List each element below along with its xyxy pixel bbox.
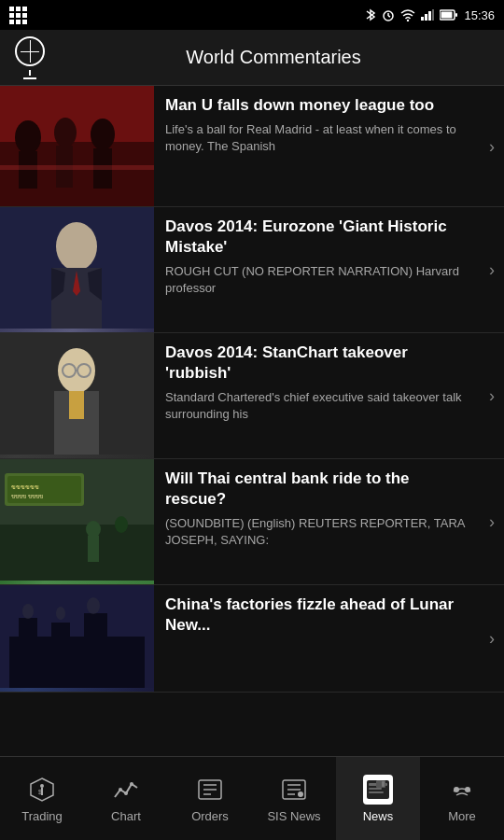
svg-rect-45 (51, 623, 70, 688)
svg-rect-5 (425, 14, 427, 21)
signal-icon (9, 7, 27, 24)
chevron-right-icon: › (489, 629, 495, 649)
svg-rect-69 (369, 791, 384, 793)
svg-point-47 (22, 604, 34, 619)
news-thumbnail (0, 333, 154, 458)
chart-icon (111, 775, 141, 805)
svg-point-17 (91, 119, 115, 150)
svg-point-56 (130, 782, 133, 786)
globe-icon-container (15, 36, 45, 79)
news-content: China's factories fizzle ahead of Lunar … (154, 585, 504, 692)
news-summary: ROUGH CUT (NO REPORTER NARRATION) Harvar… (165, 263, 469, 297)
svg-line-2 (388, 16, 390, 17)
news-headline: China's factories fizzle ahead of Lunar … (165, 595, 469, 636)
svg-rect-68 (369, 788, 382, 790)
news-thumbnail (0, 86, 154, 206)
news-content: Will Thai central bank ride to the rescu… (154, 459, 504, 584)
nav-label-more: More (448, 809, 476, 823)
list-item[interactable]: China's factories fizzle ahead of Lunar … (0, 585, 504, 693)
list-item[interactable]: ขขขขขข ขขขข ขขขข Will Thai central bank … (0, 459, 504, 585)
status-bar-right: 15:36 (365, 7, 495, 22)
sis-icon (279, 775, 309, 805)
svg-point-21 (56, 222, 97, 271)
svg-point-54 (119, 788, 122, 791)
news-thumbnail (0, 585, 154, 692)
list-item[interactable]: Davos 2014: Eurozone 'Giant Historic Mis… (0, 207, 504, 333)
more-icon (447, 775, 477, 805)
battery-icon (440, 9, 458, 21)
svg-point-41 (115, 516, 128, 533)
svg-rect-40 (88, 536, 99, 562)
news-summary: Life's a ball for Real Madrid - at least… (165, 121, 469, 155)
svg-point-13 (15, 120, 41, 154)
svg-point-65 (298, 791, 303, 797)
news-headline: Man U falls down money league too (165, 95, 469, 116)
svg-point-39 (86, 521, 101, 538)
svg-rect-6 (428, 11, 431, 21)
nav-item-orders[interactable]: Orders (168, 757, 252, 840)
svg-text:ขขขขขข: ขขขขขข (11, 483, 39, 491)
nav-item-more[interactable]: More (420, 757, 504, 840)
nav-label-trading: Trading (21, 809, 63, 823)
svg-rect-46 (84, 613, 107, 688)
svg-point-55 (124, 791, 128, 795)
svg-rect-32 (69, 391, 84, 419)
status-bar: 15:36 (0, 0, 504, 30)
svg-point-49 (87, 597, 100, 614)
svg-point-3 (407, 20, 409, 21)
trading-icon: $ (27, 775, 57, 805)
svg-text:ขขขข ขขขข: ขขขข ขขขข (11, 494, 43, 499)
signal-strength-icon (421, 9, 434, 21)
svg-point-15 (54, 118, 77, 147)
svg-rect-9 (441, 12, 453, 19)
nav-item-news[interactable]: News (336, 757, 420, 840)
chevron-right-icon: › (489, 260, 495, 280)
news-headline: Will Thai central bank ride to the rescu… (165, 469, 469, 510)
chevron-right-icon: › (489, 136, 495, 156)
chevron-right-icon: › (489, 386, 495, 406)
bottom-navigation: $ Trading Chart Orders (0, 756, 504, 840)
list-item[interactable]: Man U falls down money league too Life's… (0, 86, 504, 207)
nav-item-sis[interactable]: SIS News (252, 757, 336, 840)
nav-label-chart: Chart (111, 809, 141, 823)
alarm-icon (382, 8, 395, 21)
news-headline: Davos 2014: Eurozone 'Giant Historic Mis… (165, 217, 469, 258)
app-header: World Commentaries (0, 30, 504, 86)
svg-rect-19 (0, 165, 154, 170)
news-content: Davos 2014: Eurozone 'Giant Historic Mis… (154, 207, 504, 332)
news-thumbnail (0, 207, 154, 332)
bluetooth-icon (365, 7, 376, 22)
globe-icon (15, 36, 45, 66)
nav-item-chart[interactable]: Chart (84, 757, 168, 840)
nav-item-trading[interactable]: $ Trading (0, 757, 84, 840)
nav-label-orders: Orders (191, 809, 229, 823)
news-thumbnail: ขขขขขข ขขขข ขขขข (0, 459, 154, 584)
wifi-icon (400, 8, 415, 21)
svg-rect-34 (0, 525, 154, 581)
svg-rect-10 (455, 13, 457, 17)
news-summary: (SOUNDBITE) (English) REUTERS REPORTER, … (165, 515, 469, 549)
svg-rect-7 (432, 9, 434, 21)
orders-icon (195, 775, 225, 805)
globe-base (23, 77, 36, 79)
svg-point-48 (56, 607, 65, 620)
chevron-right-icon: › (489, 512, 495, 532)
news-summary: Standard Chartered's chief executive sai… (165, 389, 469, 423)
globe-stand (29, 70, 31, 76)
nav-label-sis: SIS News (267, 809, 320, 823)
news-content: Davos 2014: StanChart takeover 'rubbish'… (154, 333, 504, 458)
svg-point-51 (40, 784, 44, 788)
status-bar-left (9, 7, 27, 24)
thumbnail-overlay (0, 86, 154, 206)
svg-text:$: $ (38, 789, 42, 795)
status-time: 15:36 (464, 8, 495, 22)
news-content: Man U falls down money league too Life's… (154, 86, 504, 206)
svg-rect-71 (382, 781, 385, 787)
news-headline: Davos 2014: StanChart takeover 'rubbish' (165, 343, 469, 384)
svg-rect-44 (19, 618, 37, 688)
nav-label-news: News (363, 809, 394, 823)
svg-rect-4 (421, 17, 424, 21)
news-feed: Man U falls down money league too Life's… (0, 86, 504, 756)
news-icon (363, 775, 393, 805)
list-item[interactable]: Davos 2014: StanChart takeover 'rubbish'… (0, 333, 504, 459)
